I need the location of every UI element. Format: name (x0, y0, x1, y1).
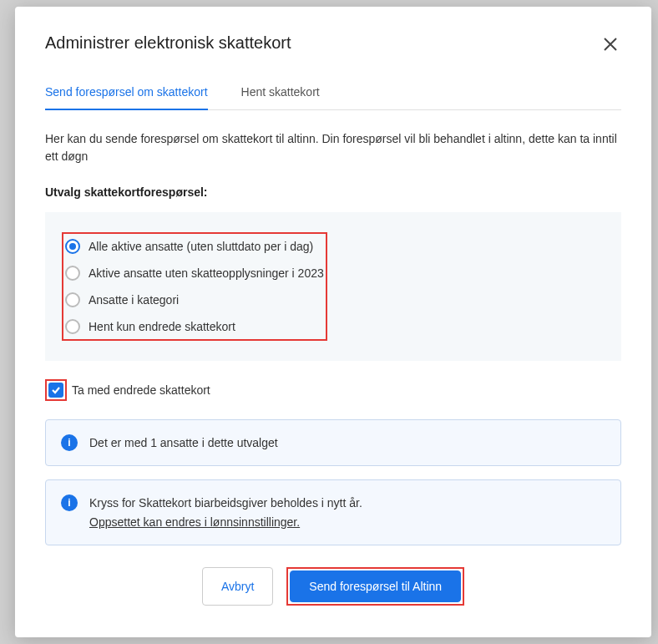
radio-option-active-no-tax-info[interactable]: Aktive ansatte uten skatteopplysninger i… (63, 262, 326, 284)
radio-panel: Alle aktive ansatte (uten sluttdato per … (45, 212, 621, 361)
radio-group-highlight: Alle aktive ansatte (uten sluttdato per … (62, 232, 327, 341)
info-text: Det er med 1 ansatte i dette utvalget (89, 434, 278, 452)
radio-option-all-active[interactable]: Alle aktive ansatte (uten sluttdato per … (63, 236, 326, 257)
radio-label: Hent kun endrede skattekort (89, 320, 235, 333)
radio-label: Alle aktive ansatte (uten sluttdato per … (89, 240, 313, 253)
submit-button[interactable]: Send forespørsel til Altinn (290, 570, 461, 602)
close-button[interactable] (600, 33, 621, 55)
checkbox-row: Ta med endrede skattekort (45, 379, 621, 401)
radio-icon (65, 319, 80, 334)
submit-button-highlight: Send forespørsel til Altinn (286, 567, 464, 606)
radio-option-changed-only[interactable]: Hent kun endrede skattekort (63, 316, 326, 337)
tab-fetch[interactable]: Hent skattekort (241, 85, 320, 110)
radio-label: Aktive ansatte uten skatteopplysninger i… (89, 266, 324, 280)
info-box-count: i Det er med 1 ansatte i dette utvalget (45, 419, 621, 466)
radio-option-category[interactable]: Ansatte i kategori (63, 289, 326, 311)
info-text: Kryss for Skattekort biarbeidsgiver beho… (89, 494, 362, 531)
cancel-button[interactable]: Avbryt (202, 567, 273, 606)
check-icon (51, 385, 61, 395)
checkbox-include-changed[interactable] (48, 383, 63, 398)
close-icon (603, 37, 618, 52)
description-text: Her kan du sende forespørsel om skatteko… (45, 130, 621, 165)
checkbox-label: Ta med endrede skattekort (72, 383, 210, 397)
tabs: Send forespørsel om skattekort Hent skat… (45, 85, 621, 110)
radio-icon (65, 266, 80, 281)
settings-link[interactable]: Oppsettet kan endres i lønnsinnstillinge… (89, 515, 300, 529)
tab-send-request[interactable]: Send forespørsel om skattekort (45, 85, 208, 110)
section-label: Utvalg skattekortforespørsel: (45, 185, 621, 199)
info-icon: i (61, 434, 78, 451)
button-row: Avbryt Send forespørsel til Altinn (45, 567, 621, 606)
radio-icon (65, 292, 80, 307)
modal-dialog: Administrer elektronisk skattekort Send … (15, 7, 651, 637)
modal-title: Administrer elektronisk skattekort (45, 33, 291, 53)
info-icon: i (61, 494, 78, 511)
checkbox-highlight (45, 379, 67, 401)
info-box-settings: i Kryss for Skattekort biarbeidsgiver be… (45, 479, 621, 545)
radio-label: Ansatte i kategori (89, 293, 179, 307)
modal-header: Administrer elektronisk skattekort (45, 33, 621, 55)
info-text-line1: Kryss for Skattekort biarbeidsgiver beho… (89, 496, 362, 510)
radio-icon (65, 239, 80, 254)
